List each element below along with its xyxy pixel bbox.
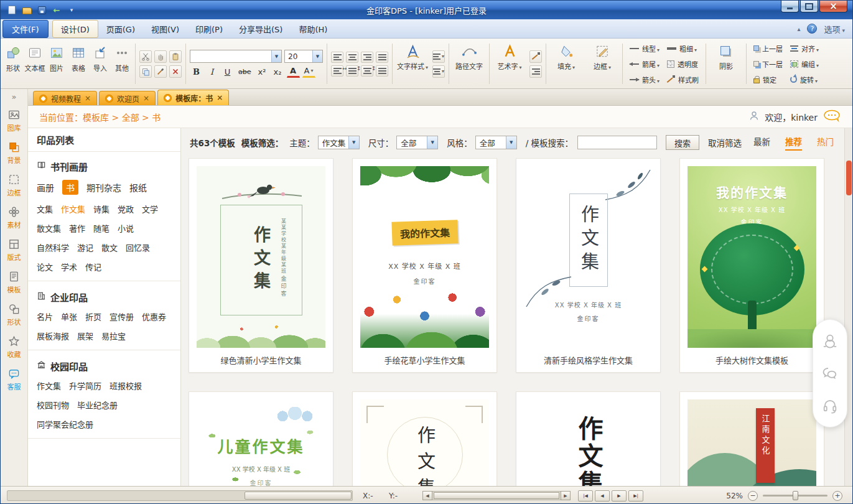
scrollbar-track[interactable]: [432, 491, 561, 500]
arrow-head-button[interactable]: 箭头: [628, 72, 661, 87]
last-page-button[interactable]: [628, 490, 643, 502]
scrollbar-thumb[interactable]: [846, 161, 852, 195]
close-button[interactable]: [819, 1, 847, 12]
category-link[interactable]: 传记: [85, 261, 101, 273]
category-link[interactable]: 名片: [37, 310, 53, 322]
insert-import-button[interactable]: 导入: [90, 40, 111, 87]
category-link[interactable]: 校园刊物: [37, 399, 69, 411]
book-type-tab[interactable]: 期刊杂志: [86, 181, 121, 194]
category-link[interactable]: 升学简历: [69, 380, 101, 391]
category-link[interactable]: 展架: [77, 330, 93, 342]
vertical-scrollbar[interactable]: [844, 128, 852, 486]
menu-tab-help[interactable]: 帮助(H): [291, 20, 335, 38]
doc-tab-welcome[interactable]: 欢迎页: [99, 91, 156, 105]
sort-recommended[interactable]: 推荐: [785, 135, 802, 151]
zoom-out-button[interactable]: −: [748, 491, 758, 501]
paste-button[interactable]: [169, 50, 182, 63]
sort-newest[interactable]: 最新: [753, 135, 770, 151]
font-color-button[interactable]: A: [287, 65, 300, 78]
style-select[interactable]: 全部: [475, 136, 517, 149]
previous-page-button[interactable]: [595, 490, 610, 502]
template-card[interactable]: 江南文化: [679, 391, 824, 486]
fill-button[interactable]: 填充: [548, 40, 584, 87]
sidebar-item-background[interactable]: 背景: [1, 136, 27, 169]
border-button[interactable]: 边框: [584, 40, 620, 87]
distribute-button[interactable]: [376, 65, 388, 77]
doc-tab-template-library[interactable]: 模板库：书: [157, 90, 229, 105]
sidebar-item-shape[interactable]: 形状: [1, 298, 27, 330]
wordart-brush-button[interactable]: [529, 50, 542, 63]
sort-hot[interactable]: 热门: [817, 135, 834, 151]
category-link[interactable]: 班报校报: [110, 380, 142, 391]
align-center-button[interactable]: [346, 52, 358, 63]
bring-forward-button[interactable]: 上一层: [752, 40, 784, 56]
category-link[interactable]: 学术: [61, 261, 77, 273]
category-link[interactable]: 党政: [118, 203, 134, 215]
sidebar-item-template[interactable]: 模板: [1, 266, 27, 298]
horizontal-scrollbar[interactable]: [7, 490, 353, 501]
shadow-button[interactable]: 阴影: [708, 40, 744, 87]
category-link[interactable]: 同学聚会纪念册: [37, 418, 93, 430]
insert-table-button[interactable]: 表格: [68, 40, 89, 87]
sidebar-item-service[interactable]: 客服: [1, 363, 27, 395]
rotate-button[interactable]: 旋转: [789, 72, 820, 87]
sidebar-item-layout[interactable]: 版式: [1, 233, 27, 266]
category-link[interactable]: 著作: [69, 222, 85, 234]
clear-style-button[interactable]: [432, 65, 445, 78]
help-icon[interactable]: [807, 24, 817, 34]
category-link[interactable]: 毕业纪念册: [77, 399, 118, 411]
line-style-button[interactable]: 线型: [628, 40, 661, 56]
undo-button[interactable]: [52, 5, 62, 15]
message-bubble-icon[interactable]: [823, 109, 841, 124]
category-link[interactable]: 论文: [37, 261, 53, 273]
align-objects-button[interactable]: 对齐: [789, 40, 820, 56]
scrollbar-thumb[interactable]: [245, 492, 352, 500]
template-search-input[interactable]: [577, 136, 657, 149]
template-card[interactable]: 我的作文集 XX 学校 X 年级 X 班 金印客 手绘花草小学生作文集: [352, 158, 497, 373]
menu-tab-design[interactable]: 设计(D): [52, 20, 98, 38]
send-backward-button[interactable]: 下一层: [752, 56, 784, 72]
book-type-tab[interactable]: 报纸: [129, 181, 147, 194]
close-tab-icon[interactable]: [85, 95, 91, 102]
category-link[interactable]: 作文集: [61, 203, 85, 215]
strikethrough-button[interactable]: abe: [236, 65, 253, 78]
insert-shapes-button[interactable]: 形状: [2, 40, 24, 87]
category-link[interactable]: 优惠券: [142, 310, 166, 322]
category-link[interactable]: 易拉宝: [101, 330, 126, 342]
category-link[interactable]: 折页: [85, 310, 101, 322]
category-link[interactable]: 文集: [37, 203, 53, 215]
path-text-button[interactable]: 路径文字: [451, 40, 487, 87]
size-select[interactable]: 全部: [396, 136, 438, 149]
zoom-slider-thumb[interactable]: [793, 491, 798, 500]
template-card[interactable]: 儿童作文集 XX 学校 X 年级 X 班 金印客: [189, 391, 333, 486]
category-link[interactable]: 展板海报: [37, 330, 69, 342]
category-link[interactable]: 自然科学: [37, 241, 69, 253]
line-weight-button[interactable]: 粗细: [666, 40, 700, 56]
delete-button[interactable]: [169, 65, 182, 78]
cut-button[interactable]: [139, 50, 152, 63]
char-spacing-button[interactable]: [331, 65, 343, 77]
align-right-button[interactable]: [361, 52, 373, 63]
book-type-tab[interactable]: 书: [62, 180, 78, 195]
menu-tab-file[interactable]: 文件(F): [2, 20, 49, 38]
search-button[interactable]: 搜索: [666, 135, 699, 150]
menu-tab-print[interactable]: 印刷(P): [187, 20, 231, 38]
canvas-horizontal-scrollbar[interactable]: [422, 491, 571, 500]
scroll-left-icon[interactable]: [422, 491, 432, 500]
title-bar[interactable]: 金印客DPS - [kinker]用户已登录: [1, 1, 852, 19]
template-card[interactable]: 我的作文集 XX 学校 X 年级 X 班 金印客 手绘大树作文集模板: [679, 158, 824, 373]
maximize-button[interactable]: [800, 1, 818, 12]
arrow-tail-button[interactable]: 箭尾: [628, 56, 661, 72]
superscript-button[interactable]: x²: [256, 65, 269, 78]
align-left-button[interactable]: [331, 52, 343, 63]
subscript-button[interactable]: x₂: [271, 65, 284, 78]
menu-tab-view[interactable]: 视图(V): [143, 20, 187, 38]
new-document-button[interactable]: [7, 5, 17, 15]
group-button[interactable]: 编组: [789, 56, 820, 72]
qat-menu-button[interactable]: [67, 5, 77, 15]
close-tab-icon[interactable]: [217, 94, 223, 101]
category-link[interactable]: 回忆录: [126, 241, 150, 253]
category-link[interactable]: 散文: [101, 241, 118, 253]
scroll-right-icon[interactable]: [561, 491, 571, 500]
scrollbar-thumb[interactable]: [434, 492, 559, 499]
